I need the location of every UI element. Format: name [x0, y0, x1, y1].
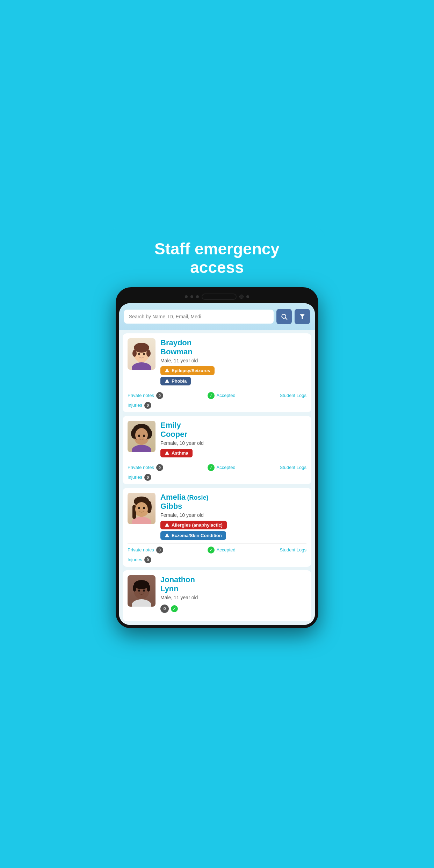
- student-card[interactable]: Amelia (Rosie) Gibbs Female, 10 year old…: [123, 488, 311, 567]
- svg-point-24: [143, 435, 145, 437]
- student-top: Emily Cooper Female, 10 year old ! Asthm…: [128, 421, 306, 457]
- student-logs-label: Student Logs: [280, 465, 306, 470]
- avatar-amelia-image: [128, 493, 155, 524]
- students-list: Braydon Bowman Male, 11 year old ! Epile…: [119, 330, 315, 625]
- avatar-braydon-image: [128, 338, 155, 370]
- search-input[interactable]: [124, 310, 274, 324]
- injuries-count: 0: [144, 402, 151, 409]
- warning-icon: !: [165, 522, 169, 527]
- svg-text:!: !: [166, 370, 167, 372]
- student-top: Braydon Bowman Male, 11 year old ! Epile…: [128, 338, 306, 385]
- phone-notch: [202, 294, 237, 300]
- student-top: Amelia (Rosie) Gibbs Female, 10 year old…: [128, 493, 306, 540]
- student-logs-link[interactable]: Student Logs: [280, 393, 306, 398]
- svg-point-50: [138, 589, 140, 592]
- student-details: Female, 10 year old: [160, 512, 306, 518]
- phone-notch-bar: [119, 294, 315, 300]
- student-first-name: Jonathon: [160, 575, 195, 584]
- svg-point-44: [132, 599, 151, 607]
- student-name-line: Amelia (Rosie): [160, 493, 306, 502]
- student-footer-row1: Private notes 0 ✓ Accepted Student Logs: [128, 389, 306, 400]
- student-footer-row2: Injuries 0: [128, 472, 306, 484]
- student-card[interactable]: Jonathon Lynn Male, 11 year old 0 ✓: [123, 570, 311, 621]
- search-icon: [281, 313, 288, 320]
- svg-text:!: !: [166, 380, 167, 383]
- svg-point-51: [143, 589, 145, 592]
- student-avatar: [128, 575, 155, 607]
- student-name-line: Emily: [160, 421, 306, 430]
- avatar-jonathon-image: [128, 575, 155, 607]
- condition-badge-phobia: ! Phobia: [160, 377, 191, 385]
- private-notes-label: Private notes: [128, 547, 154, 552]
- svg-point-48: [133, 585, 136, 592]
- injuries-count: 0: [144, 556, 151, 563]
- student-footer-row1: Private notes 0 ✓ Accepted Student Logs: [128, 543, 306, 555]
- warning-icon: !: [165, 533, 169, 538]
- injuries-label: Injuries: [128, 557, 142, 562]
- student-logs-link[interactable]: Student Logs: [280, 465, 306, 470]
- avatar-emily-image: [128, 421, 155, 452]
- student-top: Jonathon Lynn Male, 11 year old 0 ✓: [128, 575, 306, 613]
- svg-point-3: [132, 362, 151, 370]
- student-avatar: [128, 338, 155, 370]
- accepted-status: ✓ Accepted: [202, 547, 241, 554]
- student-footer-row2: Injuries 0: [128, 400, 306, 412]
- student-last-name: Lynn: [160, 584, 306, 593]
- phone-frame: Braydon Bowman Male, 11 year old ! Epile…: [116, 287, 318, 628]
- student-logs-label: Student Logs: [280, 393, 306, 398]
- warning-icon: !: [165, 368, 169, 373]
- svg-point-38: [136, 509, 139, 511]
- student-footer-row2: Injuries 0: [128, 555, 306, 567]
- student-first-name: Amelia: [160, 493, 186, 501]
- private-notes-link[interactable]: Private notes 0: [128, 547, 163, 554]
- warning-icon: !: [165, 378, 169, 383]
- private-notes-link[interactable]: Private notes 0: [128, 392, 163, 399]
- condition-badge-allergies: ! Allergies (anaphylactic): [160, 521, 227, 529]
- svg-point-36: [138, 507, 140, 509]
- accepted-status: ✓ Accepted: [202, 464, 241, 471]
- svg-point-9: [138, 353, 140, 355]
- injuries-link[interactable]: Injuries 0: [128, 556, 306, 563]
- injuries-link[interactable]: Injuries 0: [128, 474, 306, 481]
- phone-dot-left2: [190, 295, 193, 298]
- student-logs-link[interactable]: Student Logs: [280, 547, 306, 552]
- private-notes-link[interactable]: Private notes 0: [128, 464, 163, 471]
- filter-button[interactable]: [295, 309, 310, 324]
- warning-icon: !: [165, 450, 169, 455]
- conditions: ! Asthma: [160, 449, 306, 457]
- student-logs-label: Student Logs: [280, 547, 306, 552]
- accepted-status: ✓ Accepted: [202, 392, 241, 399]
- student-footer-row1: Private notes 0 ✓ Accepted Student Logs: [128, 461, 306, 472]
- phone-dot-right: [246, 295, 249, 298]
- svg-rect-33: [132, 505, 136, 519]
- private-notes-count: 0: [156, 464, 163, 471]
- student-card[interactable]: Braydon Bowman Male, 11 year old ! Epile…: [123, 333, 311, 412]
- student-first-name: Emily: [160, 421, 181, 429]
- svg-point-25: [136, 437, 139, 439]
- filter-icon: [299, 313, 305, 320]
- svg-text:!: !: [166, 452, 167, 455]
- svg-point-49: [147, 585, 150, 592]
- student-info: Amelia (Rosie) Gibbs Female, 10 year old…: [160, 493, 306, 540]
- svg-line-1: [285, 318, 287, 320]
- svg-point-39: [144, 509, 147, 511]
- student-info: Jonathon Lynn Male, 11 year old 0 ✓: [160, 575, 306, 613]
- student-last-name: Bowman: [160, 347, 306, 356]
- search-button[interactable]: [276, 309, 292, 324]
- injuries-link[interactable]: Injuries 0: [128, 402, 306, 409]
- svg-point-37: [143, 507, 145, 509]
- svg-point-7: [132, 350, 137, 357]
- phone-screen: Braydon Bowman Male, 11 year old ! Epile…: [119, 303, 315, 625]
- student-details: Male, 11 year old: [160, 358, 306, 363]
- injuries-count: 0: [144, 474, 151, 481]
- accepted-check-icon: ✓: [208, 464, 215, 471]
- svg-point-26: [144, 437, 147, 439]
- accepted-label: Accepted: [217, 547, 236, 552]
- phone-camera: [239, 295, 244, 299]
- student-card[interactable]: Emily Cooper Female, 10 year old ! Asthm…: [123, 416, 311, 484]
- svg-marker-2: [300, 314, 305, 319]
- phone-dot-left3: [196, 295, 199, 298]
- condition-badge-asthma: ! Asthma: [160, 449, 193, 457]
- svg-point-8: [146, 350, 151, 357]
- accepted-label: Accepted: [217, 393, 236, 398]
